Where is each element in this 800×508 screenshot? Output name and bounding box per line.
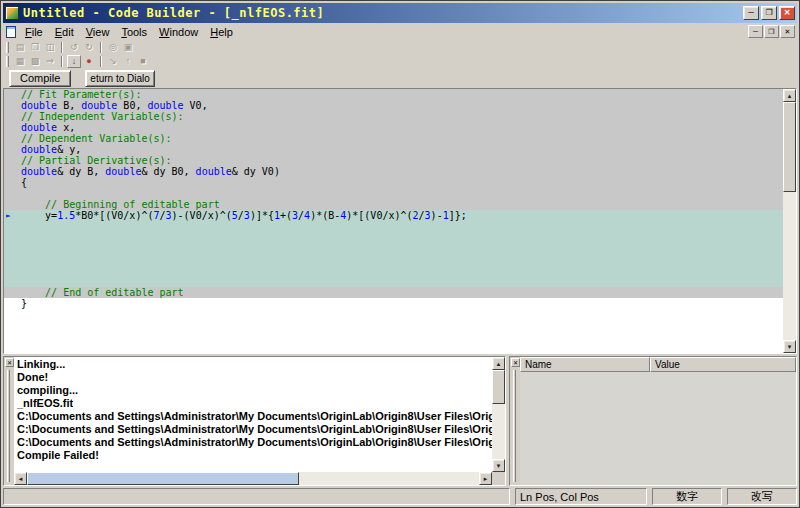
code-token: )*[(V0/x)^( bbox=[346, 210, 412, 221]
minimize-icon[interactable]: ─ bbox=[743, 6, 759, 20]
scrollbar-corner bbox=[492, 472, 505, 485]
stop-debug-icon[interactable]: ■ bbox=[136, 55, 150, 68]
code-line[interactable]: // Partial Derivative(s): bbox=[4, 155, 783, 166]
code-token: )-(V0/x)^( bbox=[172, 210, 232, 221]
code-line[interactable] bbox=[4, 254, 783, 265]
mdi-restore-icon[interactable]: ❐ bbox=[764, 25, 779, 38]
watch-column-name[interactable]: Name bbox=[520, 357, 650, 372]
scroll-down-icon[interactable]: ▼ bbox=[783, 340, 796, 353]
code-builder-icon[interactable] bbox=[5, 6, 19, 20]
output-view[interactable]: Linking...Done!compiling..._nlfEOS.fitC:… bbox=[14, 357, 492, 472]
breakpoint-icon[interactable]: ● bbox=[82, 55, 96, 68]
bookmark-icon[interactable]: ▣ bbox=[121, 41, 135, 54]
menu-window[interactable]: Window bbox=[153, 25, 204, 39]
window-title: Untitled - Code Builder - [_nlfEOS.fit] bbox=[23, 6, 739, 20]
menu-help[interactable]: Help bbox=[204, 25, 239, 39]
code-line[interactable] bbox=[4, 188, 783, 199]
scroll-thumb[interactable] bbox=[492, 370, 505, 404]
rebuild-all-icon[interactable]: ▩ bbox=[28, 55, 42, 68]
code-token: double bbox=[21, 166, 57, 177]
mdi-minimize-icon[interactable]: ─ bbox=[748, 25, 763, 38]
scroll-up-icon[interactable]: ▲ bbox=[783, 89, 796, 102]
menu-view[interactable]: View bbox=[80, 25, 116, 39]
go-icon[interactable]: ↓ bbox=[67, 55, 81, 68]
menu-items: FileEditViewToolsWindowHelp bbox=[19, 25, 239, 39]
code-line[interactable]: ► y=1.5*B0*[(V0/x)^(7/3)-(V0/x)^(5/3)]*{… bbox=[4, 210, 783, 221]
code-token: double bbox=[21, 144, 57, 155]
save-file-icon[interactable]: ◫ bbox=[43, 41, 57, 54]
step-over-icon[interactable]: ⇒ bbox=[43, 55, 57, 68]
compile-button[interactable]: Compile bbox=[9, 70, 71, 87]
code-line[interactable]: // Dependent Variable(s): bbox=[4, 133, 783, 144]
output-horizontal-scrollbar[interactable]: ◄ ► bbox=[14, 472, 492, 485]
find-icon[interactable]: ◎ bbox=[106, 41, 120, 54]
code-line[interactable] bbox=[4, 221, 783, 232]
watch-pane-close-icon[interactable]: ✕ bbox=[511, 358, 520, 367]
code-token: x, bbox=[57, 122, 75, 133]
watch-body[interactable]: Name Value bbox=[520, 357, 796, 485]
code-editor[interactable]: // Fit Parameter(s):double B, double B0,… bbox=[3, 88, 797, 354]
h-scroll-thumb[interactable] bbox=[27, 472, 299, 485]
code-token: & dy_B, bbox=[57, 166, 105, 177]
return-to-dialog-button[interactable]: eturn to Dialo bbox=[85, 70, 154, 87]
titlebar[interactable]: Untitled - Code Builder - [_nlfEOS.fit] … bbox=[3, 3, 797, 23]
code-token: ]}; bbox=[449, 210, 467, 221]
code-line[interactable]: double& y, bbox=[4, 144, 783, 155]
scroll-up-icon[interactable]: ▲ bbox=[492, 357, 505, 370]
toolbar-grip[interactable] bbox=[6, 56, 9, 67]
undo-icon[interactable]: ↺ bbox=[67, 41, 81, 54]
output-pane-close-icon[interactable]: ✕ bbox=[5, 358, 14, 367]
code-token: double bbox=[21, 122, 57, 133]
new-file-icon[interactable]: ▤ bbox=[13, 41, 27, 54]
mdi-document-icon[interactable] bbox=[6, 26, 16, 38]
close-icon[interactable]: ✕ bbox=[779, 6, 795, 20]
toolbar-grip[interactable] bbox=[6, 42, 9, 53]
step-into-icon[interactable]: ↘ bbox=[106, 55, 120, 68]
code-line[interactable] bbox=[4, 243, 783, 254]
output-pane-gripper[interactable]: ✕ bbox=[4, 357, 14, 485]
code-token: )- bbox=[431, 210, 443, 221]
code-line[interactable] bbox=[4, 265, 783, 276]
code-line[interactable]: double B, double B0, double V0, bbox=[4, 100, 783, 111]
menu-tools[interactable]: Tools bbox=[115, 25, 153, 39]
open-file-icon[interactable]: ❐ bbox=[28, 41, 42, 54]
redo-icon[interactable]: ↻ bbox=[82, 41, 96, 54]
mdi-close-icon[interactable]: ✕ bbox=[780, 25, 795, 38]
status-cursor-position: Ln Pos, Col Pos bbox=[515, 488, 647, 505]
menu-edit[interactable]: Edit bbox=[49, 25, 80, 39]
code-line[interactable]: // Independent Variable(s): bbox=[4, 111, 783, 122]
scroll-thumb[interactable] bbox=[783, 102, 796, 192]
step-out-icon[interactable]: ↑ bbox=[121, 55, 135, 68]
menu-file[interactable]: File bbox=[19, 25, 49, 39]
code-line[interactable]: // Fit Parameter(s): bbox=[4, 89, 783, 100]
scroll-right-icon[interactable]: ► bbox=[479, 472, 492, 485]
code-lines: // Fit Parameter(s):double B, double B0,… bbox=[4, 89, 783, 353]
code-line[interactable]: double& dy_B, double& dy_B0, double& dy_… bbox=[4, 166, 783, 177]
code-token: )]*{ bbox=[250, 210, 274, 221]
code-line[interactable]: } bbox=[4, 298, 783, 309]
watch-pane-gripper[interactable]: ✕ bbox=[510, 357, 520, 485]
scroll-left-icon[interactable]: ◄ bbox=[14, 472, 27, 485]
output-lines: Linking...Done!compiling..._nlfEOS.fitC:… bbox=[17, 358, 489, 462]
code-token: // Dependent Variable(s): bbox=[21, 133, 172, 144]
maximize-icon[interactable]: ❐ bbox=[761, 6, 777, 20]
code-token: B, bbox=[57, 100, 81, 111]
code-line[interactable]: // Beginning of editable part bbox=[4, 199, 783, 210]
build-icon[interactable]: ▦ bbox=[13, 55, 27, 68]
watch-column-value[interactable]: Value bbox=[650, 357, 796, 372]
watch-header: Name Value bbox=[520, 357, 796, 372]
toolbar-separator bbox=[100, 42, 102, 53]
editor-scrollbar[interactable]: ▲ ▼ bbox=[783, 89, 796, 353]
bottom-panels: ✕ Linking...Done!compiling..._nlfEOS.fit… bbox=[3, 356, 797, 486]
code-line[interactable] bbox=[4, 276, 783, 287]
watch-pane-grip-bar bbox=[513, 370, 516, 482]
code-line[interactable]: // End of editable part bbox=[4, 287, 783, 298]
code-line[interactable] bbox=[4, 232, 783, 243]
code-line[interactable]: double x, bbox=[4, 122, 783, 133]
output-vertical-scrollbar[interactable]: ▲ ▼ bbox=[492, 357, 505, 472]
scroll-down-icon[interactable]: ▼ bbox=[492, 459, 505, 472]
code-builder-window: Untitled - Code Builder - [_nlfEOS.fit] … bbox=[0, 0, 800, 508]
code-line[interactable]: { bbox=[4, 177, 783, 188]
code-token: { bbox=[21, 177, 27, 188]
watch-pane: ✕ Name Value bbox=[509, 356, 797, 486]
